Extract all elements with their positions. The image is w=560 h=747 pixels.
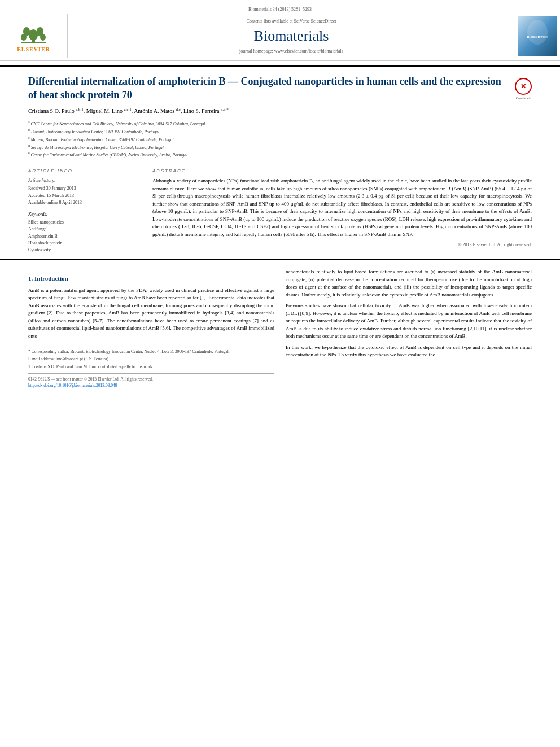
section-divider bbox=[28, 163, 532, 163]
affil-ac: a,c,1 bbox=[124, 107, 131, 112]
kw-silica: Silica nanoparticles bbox=[28, 219, 135, 225]
footnote-email: E-mail address: lino@biocant.pt (L.S. Fe… bbox=[28, 356, 274, 362]
article-history-heading: Article history: bbox=[28, 177, 135, 184]
body-two-col: 1. Introduction AmB is a potent antifung… bbox=[28, 268, 532, 388]
page: Biomaterials 34 (2013) 5281–5293 bbox=[0, 0, 560, 747]
header-center: Contents lists available at SciVerse Sci… bbox=[68, 14, 515, 58]
footnote-one: 1 Cristiana S.O. Paulo and Lino M. Lino … bbox=[28, 364, 274, 370]
affil-a: a,b,1 bbox=[76, 107, 84, 112]
intro-right-paragraph-2: Previous studies have shown that cellula… bbox=[286, 302, 532, 340]
article-title: Differential internalization of amphoter… bbox=[28, 75, 532, 102]
sciverse-text: Contents lists available at SciVerse Sci… bbox=[247, 19, 336, 24]
abstract-text: Although a variety of nanoparticles (NPs… bbox=[152, 177, 532, 238]
keywords-heading: Keywords: bbox=[28, 211, 135, 217]
elsevier-logo: ELSEVIER bbox=[17, 19, 50, 54]
affil-line-b: b Biocant, Biotechnology Innovation Cent… bbox=[28, 128, 532, 135]
svg-point-5 bbox=[40, 34, 46, 41]
affil-line-e: e Centre for Environmental and Marine St… bbox=[28, 151, 532, 158]
intro-left-text: AmB is a potent antifungal agent, approv… bbox=[28, 287, 274, 340]
kw-hsp: Heat shock protein bbox=[28, 240, 135, 246]
abstract-paragraph: Although a variety of nanoparticles (NPs… bbox=[152, 177, 532, 238]
kw-antifungal: Antifungal bbox=[28, 226, 135, 232]
ref-line-text: Biomaterials 34 (2013) 5281–5293 bbox=[248, 7, 312, 12]
received-line: Received 30 January 2013 bbox=[28, 185, 135, 191]
author-antonio: António A. Matos bbox=[134, 108, 174, 114]
footer-issn: 0142-9612/$ — see front matter © 2013 El… bbox=[28, 376, 274, 382]
intro-section-num: 1. bbox=[28, 275, 33, 282]
affil-line-a: a CNC-Center for Neurosciences and Cell … bbox=[28, 120, 532, 127]
body-area: 1. Introduction AmB is a potent antifung… bbox=[0, 260, 560, 394]
svg-rect-6 bbox=[21, 42, 46, 43]
journal-ref-line: Biomaterials 34 (2013) 5281–5293 bbox=[0, 5, 560, 14]
badge-background-icon: Biomaterials bbox=[518, 16, 557, 56]
kw-cytotoxicity: Cytotoxicity bbox=[28, 247, 135, 253]
intro-right-paragraph-1: nanomaterials relatively to lipid-based … bbox=[286, 268, 532, 299]
journal-header: Biomaterials 34 (2013) 5281–5293 bbox=[0, 0, 560, 67]
affiliations: a CNC-Center for Neurosciences and Cell … bbox=[28, 120, 532, 158]
crossmark-badge: ✕ CrossMark bbox=[515, 78, 532, 101]
badge-box: Biomaterials bbox=[518, 16, 557, 56]
journal-title: Biomaterials bbox=[254, 26, 329, 46]
intro-heading: 1. Introduction bbox=[28, 274, 274, 283]
intro-right-paragraph-3: In this work, we hypothesize that the cy… bbox=[286, 344, 532, 359]
article-area: ✕ CrossMark Differential internalization… bbox=[0, 67, 560, 260]
available-line: Available online 8 April 2013 bbox=[28, 199, 135, 206]
elsevier-logo-area: ELSEVIER bbox=[0, 14, 68, 58]
elsevier-tree-icon bbox=[18, 19, 49, 45]
article-info-abstract-cols: ARTICLE INFO Article history: Received 3… bbox=[28, 168, 532, 254]
author-miguel: Miguel M. Lino bbox=[86, 108, 123, 114]
authors-line: Cristiana S.O. Paulo a,b,1, Miguel M. Li… bbox=[28, 107, 532, 115]
svg-point-4 bbox=[21, 34, 27, 41]
body-left-col: 1. Introduction AmB is a potent antifung… bbox=[28, 268, 274, 388]
affil-line-d: d Serviço de Microscopia Electrónica, Ho… bbox=[28, 143, 532, 151]
keywords-block: Keywords: Silica nanoparticles Antifunga… bbox=[28, 211, 135, 253]
svg-text:Biomaterials: Biomaterials bbox=[527, 34, 548, 39]
intro-right-text: nanomaterials relatively to lipid-based … bbox=[286, 268, 532, 359]
article-info-label: ARTICLE INFO bbox=[28, 168, 135, 174]
author-cristiana: Cristiana S.O. Paulo bbox=[28, 108, 75, 114]
footnote-star: * Corresponding author. Biocant, Biotech… bbox=[28, 348, 274, 355]
footer-bar: 0142-9612/$ — see front matter © 2013 El… bbox=[28, 373, 274, 389]
copyright-line: © 2013 Elsevier Ltd. All rights reserved… bbox=[152, 242, 532, 248]
affil-ab-star: a,b,* bbox=[221, 107, 229, 112]
journal-homepage: journal homepage: www.elsevier.com/locat… bbox=[239, 48, 343, 54]
kw-amphotericin: Amphotericin B bbox=[28, 233, 135, 239]
footnote-area: * Corresponding author. Biocant, Biotech… bbox=[28, 346, 274, 370]
affil-line-c: c Matera, Biocant, Biotechnology Innovat… bbox=[28, 136, 532, 143]
abstract-label: ABSTRACT bbox=[152, 168, 532, 174]
footer-doi: http://dx.doi.org/10.1016/j.biomaterials… bbox=[28, 382, 274, 388]
biomaterials-badge-area: Biomaterials bbox=[515, 14, 560, 58]
author-lino: Lino S. Ferreira bbox=[183, 108, 220, 114]
intro-section-title: Introduction bbox=[34, 275, 68, 282]
abstract-col: ABSTRACT Although a variety of nanoparti… bbox=[152, 168, 532, 254]
body-right-col: nanomaterials relatively to lipid-based … bbox=[286, 268, 532, 388]
sciverse-line: Contents lists available at SciVerse Sci… bbox=[247, 18, 336, 24]
svg-point-1 bbox=[29, 29, 38, 41]
accepted-line: Accepted 15 March 2013 bbox=[28, 193, 135, 199]
article-info-col: ARTICLE INFO Article history: Received 3… bbox=[28, 168, 141, 254]
intro-left-paragraph: AmB is a potent antifungal agent, approv… bbox=[28, 287, 274, 340]
affil-de: d,e bbox=[176, 107, 181, 112]
svg-point-8 bbox=[527, 20, 548, 45]
article-history-block: Article history: Received 30 January 201… bbox=[28, 177, 135, 206]
elsevier-label: ELSEVIER bbox=[17, 46, 50, 54]
journal-top-bar: ELSEVIER Contents lists available at Sci… bbox=[0, 14, 560, 61]
